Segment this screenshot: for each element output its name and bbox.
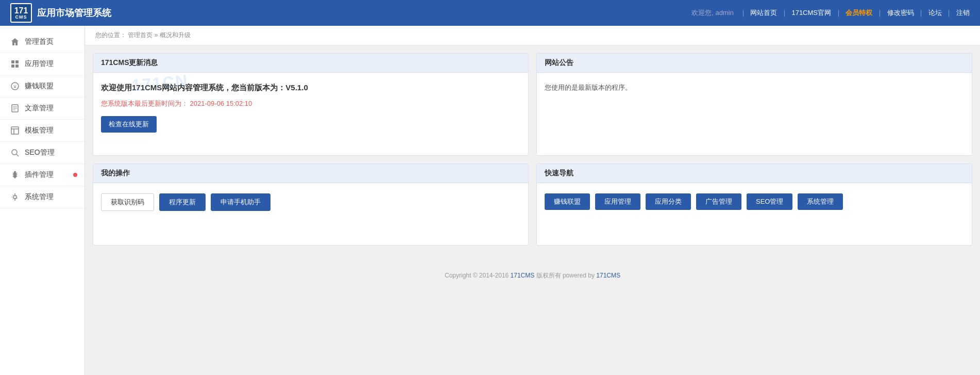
quicknav-panel: 快速导航 赚钱联盟 应用管理 应用分类 广告管理 SEO管理 系统管理 xyxy=(536,164,972,246)
sidebar-item-money[interactable]: ¥ 赚钱联盟 xyxy=(0,75,85,97)
svg-rect-0 xyxy=(11,60,14,63)
welcome-version-text: 欢迎使用171CMS网站内容管理系统，您当前版本为：V5.1.0 xyxy=(101,83,308,93)
watermark-wrap: 欢迎使用171CMS网站内容管理系统，您当前版本为：V5.1.0 171CN xyxy=(101,83,308,99)
nav-logout[interactable]: 注销 xyxy=(956,9,970,17)
notice-panel-header: 网站公告 xyxy=(537,54,972,73)
notice-panel: 网站公告 您使用的是最新版本的程序。 xyxy=(536,53,972,156)
ops-panel-header: 我的操作 xyxy=(93,164,528,183)
site-title: 应用市场管理系统 xyxy=(37,7,111,19)
top-row: 171CMS更新消息 欢迎使用171CMS网站内容管理系统，您当前版本为：V5.… xyxy=(93,53,972,156)
bottom-row: 我的操作 获取识别码 程序更新 申请手机助手 快速导航 赚钱联盟 应用 xyxy=(93,164,972,246)
header-logo: 171 CMS 应用市场管理系统 xyxy=(10,3,111,23)
svg-text:¥: ¥ xyxy=(13,84,16,89)
sidebar-item-app[interactable]: 应用管理 xyxy=(0,53,85,75)
footer: Copyright © 2014-2016 171CMS 版权所有 powere… xyxy=(85,261,980,290)
quicknav-ad[interactable]: 广告管理 xyxy=(696,193,741,210)
logo-cms-text: CMS xyxy=(15,15,27,20)
sidebar-item-system[interactable]: 系统管理 xyxy=(0,186,85,208)
svg-line-14 xyxy=(16,154,19,156)
ops-panel: 我的操作 获取识别码 程序更新 申请手机助手 xyxy=(93,164,529,246)
seo-icon xyxy=(10,148,20,157)
sidebar-label-template: 模板管理 xyxy=(25,126,54,135)
quicknav-system[interactable]: 系统管理 xyxy=(798,193,843,210)
system-icon xyxy=(10,192,20,202)
header-nav: 欢迎您, admin ｜ 网站首页 ｜ 171CMS官网 ｜ 会员特权 ｜ 修改… xyxy=(689,8,970,18)
btn-program-update[interactable]: 程序更新 xyxy=(159,193,206,211)
header: 171 CMS 应用市场管理系统 欢迎您, admin ｜ 网站首页 ｜ 171… xyxy=(0,0,980,26)
sidebar-item-seo[interactable]: SEO管理 xyxy=(0,142,85,164)
sidebar-label-money: 赚钱联盟 xyxy=(25,81,54,91)
logo-number: 171 xyxy=(14,7,28,15)
nav-vip[interactable]: 会员特权 xyxy=(846,9,872,17)
template-icon xyxy=(10,126,20,135)
plugin-icon xyxy=(10,170,20,180)
main-content: 您的位置： 管理首页 » 概况和升级 171CMS更新消息 欢迎使用171CMS… xyxy=(85,26,980,375)
article-icon xyxy=(10,104,20,113)
home-icon xyxy=(10,37,20,46)
footer-link2[interactable]: 171CMS xyxy=(596,272,620,279)
notice-panel-title: 网站公告 xyxy=(545,58,573,67)
check-update-button[interactable]: 检查在线更新 xyxy=(101,116,157,133)
logo-box: 171 CMS xyxy=(10,3,32,23)
nav-site-home[interactable]: 网站首页 xyxy=(750,9,777,17)
btn-get-code[interactable]: 获取识别码 xyxy=(101,193,154,211)
ops-panel-body: 获取识别码 程序更新 申请手机助手 xyxy=(93,183,528,245)
quicknav-app[interactable]: 应用管理 xyxy=(595,193,640,210)
sidebar-item-article[interactable]: 文章管理 xyxy=(0,97,85,120)
sidebar-item-template[interactable]: 模板管理 xyxy=(0,120,85,142)
update-panel-body: 欢迎使用171CMS网站内容管理系统，您当前版本为：V5.1.0 171CN 您… xyxy=(93,73,528,155)
nav-171cms-official[interactable]: 171CMS官网 xyxy=(791,9,831,17)
plugin-badge xyxy=(73,173,77,177)
quicknav-panel-body: 赚钱联盟 应用管理 应用分类 广告管理 SEO管理 系统管理 xyxy=(537,183,972,245)
footer-text: Copyright © 2014-2016 171CMS 版权所有 powere… xyxy=(445,272,620,279)
breadcrumb: 您的位置： 管理首页 » 概况和升级 xyxy=(85,26,980,45)
breadcrumb-home[interactable]: 管理首页 xyxy=(128,31,153,39)
sidebar: 管理首页 应用管理 ¥ 赚钱联盟 文章管理 模板管理 xyxy=(0,26,85,375)
update-time-text: 您系统版本最后更新时间为： 2021-09-06 15:02:10 xyxy=(101,99,520,108)
svg-point-13 xyxy=(12,150,17,155)
sidebar-label-plugin: 插件管理 xyxy=(25,170,54,180)
welcome-text: 欢迎您, admin xyxy=(691,9,734,17)
sidebar-label-article: 文章管理 xyxy=(25,104,54,113)
update-panel-title: 171CMS更新消息 xyxy=(101,58,158,67)
sidebar-label-home: 管理首页 xyxy=(25,37,54,46)
content-area: 171CMS更新消息 欢迎使用171CMS网站内容管理系统，您当前版本为：V5.… xyxy=(85,45,980,261)
btn-apply-mobile[interactable]: 申请手机助手 xyxy=(211,193,271,211)
update-panel: 171CMS更新消息 欢迎使用171CMS网站内容管理系统，您当前版本为：V5.… xyxy=(93,53,529,156)
svg-rect-1 xyxy=(15,60,19,63)
notice-text: 您使用的是最新版本的程序。 xyxy=(545,83,964,92)
nav-change-password[interactable]: 修改密码 xyxy=(887,9,914,17)
svg-rect-10 xyxy=(11,127,19,134)
quicknav-panel-title: 快速导航 xyxy=(545,169,573,177)
notice-panel-body: 您使用的是最新版本的程序。 xyxy=(537,73,972,155)
quicknav-panel-header: 快速导航 xyxy=(537,164,972,183)
svg-rect-3 xyxy=(15,64,19,68)
update-panel-header: 171CMS更新消息 xyxy=(93,54,528,73)
quicknav-money[interactable]: 赚钱联盟 xyxy=(545,193,590,210)
sidebar-label-seo: SEO管理 xyxy=(25,148,55,157)
svg-rect-2 xyxy=(11,64,14,68)
sidebar-item-plugin[interactable]: 插件管理 xyxy=(0,164,85,186)
sidebar-label-app: 应用管理 xyxy=(25,59,54,69)
sidebar-label-system: 系统管理 xyxy=(25,192,54,202)
ops-panel-title: 我的操作 xyxy=(101,169,130,177)
quicknav-category[interactable]: 应用分类 xyxy=(646,193,691,210)
layout: 管理首页 应用管理 ¥ 赚钱联盟 文章管理 模板管理 xyxy=(0,26,980,375)
quicknav-seo[interactable]: SEO管理 xyxy=(747,193,792,210)
nav-forum[interactable]: 论坛 xyxy=(928,9,942,17)
breadcrumb-prefix: 您的位置： xyxy=(95,31,126,39)
sidebar-item-home[interactable]: 管理首页 xyxy=(0,31,85,53)
breadcrumb-current: 概况和升级 xyxy=(160,31,191,39)
footer-link1[interactable]: 171CMS xyxy=(511,272,535,279)
app-icon xyxy=(10,59,20,69)
money-icon: ¥ xyxy=(10,81,20,91)
